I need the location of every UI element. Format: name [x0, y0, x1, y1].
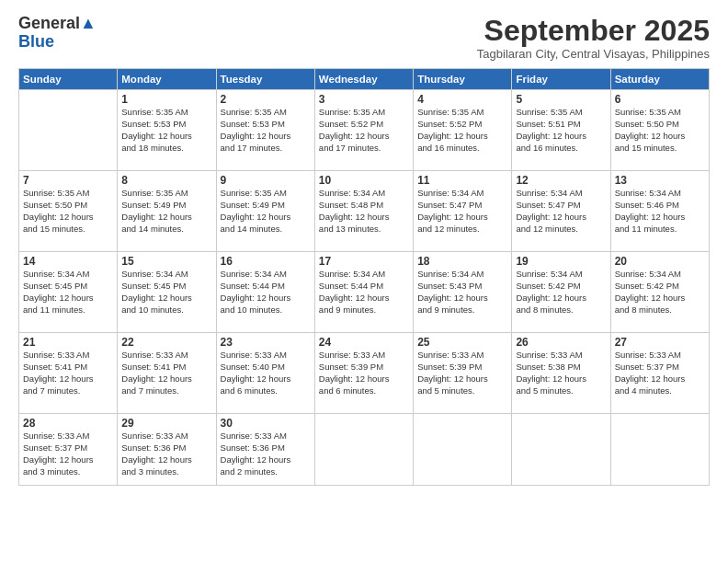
day-info: Sunrise: 5:35 AM Sunset: 5:49 PM Dayligh… — [121, 188, 211, 235]
day-info: Sunrise: 5:34 AM Sunset: 5:45 PM Dayligh… — [23, 269, 113, 316]
table-row: 15Sunrise: 5:34 AM Sunset: 5:45 PM Dayli… — [118, 252, 216, 333]
day-info: Sunrise: 5:34 AM Sunset: 5:44 PM Dayligh… — [319, 269, 409, 316]
day-info: Sunrise: 5:33 AM Sunset: 5:37 PM Dayligh… — [615, 350, 705, 396]
col-monday: Monday — [118, 69, 216, 90]
day-number: 7 — [23, 174, 113, 187]
day-number: 18 — [417, 255, 507, 268]
day-number: 29 — [121, 417, 211, 430]
table-row: 1Sunrise: 5:35 AM Sunset: 5:53 PM Daylig… — [118, 90, 216, 171]
table-row: 2Sunrise: 5:35 AM Sunset: 5:53 PM Daylig… — [216, 90, 314, 171]
logo-general: General — [18, 14, 80, 32]
table-row: 22Sunrise: 5:33 AM Sunset: 5:41 PM Dayli… — [118, 333, 216, 414]
table-row: 21Sunrise: 5:33 AM Sunset: 5:41 PM Dayli… — [19, 333, 118, 414]
logo-blue: Blue — [18, 32, 54, 51]
day-number: 16 — [221, 255, 311, 268]
day-number: 25 — [417, 336, 507, 349]
logo-text: General▲ Blue — [18, 15, 97, 52]
table-row: 28Sunrise: 5:33 AM Sunset: 5:37 PM Dayli… — [19, 414, 118, 486]
table-row: 6Sunrise: 5:35 AM Sunset: 5:50 PM Daylig… — [610, 90, 709, 171]
day-number: 9 — [221, 174, 311, 187]
calendar-week-row: 14Sunrise: 5:34 AM Sunset: 5:45 PM Dayli… — [19, 252, 710, 333]
day-number: 30 — [221, 417, 311, 430]
col-wednesday: Wednesday — [314, 69, 413, 90]
day-info: Sunrise: 5:33 AM Sunset: 5:41 PM Dayligh… — [121, 350, 211, 396]
table-row: 27Sunrise: 5:33 AM Sunset: 5:37 PM Dayli… — [610, 333, 709, 414]
col-thursday: Thursday — [414, 69, 512, 90]
col-sunday: Sunday — [19, 69, 118, 90]
day-number: 24 — [319, 336, 409, 349]
calendar-week-row: 7Sunrise: 5:35 AM Sunset: 5:50 PM Daylig… — [19, 171, 710, 252]
logo: General▲ Blue — [18, 15, 97, 52]
day-number: 20 — [615, 255, 705, 268]
calendar-week-row: 28Sunrise: 5:33 AM Sunset: 5:37 PM Dayli… — [19, 414, 710, 486]
day-info: Sunrise: 5:33 AM Sunset: 5:40 PM Dayligh… — [221, 350, 311, 396]
page-header: General▲ Blue September 2025 Tagbilaran … — [18, 15, 710, 61]
table-row: 4Sunrise: 5:35 AM Sunset: 5:52 PM Daylig… — [414, 90, 512, 171]
table-row — [512, 414, 610, 486]
day-number: 21 — [23, 336, 113, 349]
table-row: 5Sunrise: 5:35 AM Sunset: 5:51 PM Daylig… — [512, 90, 610, 171]
table-row — [414, 414, 512, 486]
day-number: 2 — [221, 93, 311, 106]
logo-icon: ▲ — [80, 14, 97, 32]
day-number: 4 — [417, 93, 507, 106]
day-info: Sunrise: 5:34 AM Sunset: 5:47 PM Dayligh… — [417, 188, 507, 235]
calendar-week-row: 21Sunrise: 5:33 AM Sunset: 5:41 PM Dayli… — [19, 333, 710, 414]
day-info: Sunrise: 5:35 AM Sunset: 5:52 PM Dayligh… — [417, 107, 507, 154]
table-row: 29Sunrise: 5:33 AM Sunset: 5:36 PM Dayli… — [118, 414, 216, 486]
day-info: Sunrise: 5:35 AM Sunset: 5:51 PM Dayligh… — [516, 107, 606, 154]
month-title: September 2025 — [477, 15, 710, 47]
day-number: 5 — [516, 93, 606, 106]
col-friday: Friday — [512, 69, 610, 90]
day-number: 28 — [23, 417, 113, 430]
table-row: 26Sunrise: 5:33 AM Sunset: 5:38 PM Dayli… — [512, 333, 610, 414]
day-info: Sunrise: 5:34 AM Sunset: 5:44 PM Dayligh… — [221, 269, 311, 316]
day-info: Sunrise: 5:35 AM Sunset: 5:50 PM Dayligh… — [23, 188, 113, 235]
day-info: Sunrise: 5:33 AM Sunset: 5:36 PM Dayligh… — [121, 431, 211, 477]
table-row: 17Sunrise: 5:34 AM Sunset: 5:44 PM Dayli… — [314, 252, 413, 333]
table-row: 11Sunrise: 5:34 AM Sunset: 5:47 PM Dayli… — [414, 171, 512, 252]
calendar-week-row: 1Sunrise: 5:35 AM Sunset: 5:53 PM Daylig… — [19, 90, 710, 171]
table-row: 12Sunrise: 5:34 AM Sunset: 5:47 PM Dayli… — [512, 171, 610, 252]
day-number: 23 — [221, 336, 311, 349]
day-number: 12 — [516, 174, 606, 187]
table-row: 24Sunrise: 5:33 AM Sunset: 5:39 PM Dayli… — [314, 333, 413, 414]
table-row — [19, 90, 118, 171]
day-info: Sunrise: 5:33 AM Sunset: 5:37 PM Dayligh… — [23, 431, 113, 477]
day-info: Sunrise: 5:33 AM Sunset: 5:41 PM Dayligh… — [23, 350, 113, 396]
table-row: 30Sunrise: 5:33 AM Sunset: 5:36 PM Dayli… — [216, 414, 314, 486]
table-row: 25Sunrise: 5:33 AM Sunset: 5:39 PM Dayli… — [414, 333, 512, 414]
day-info: Sunrise: 5:35 AM Sunset: 5:53 PM Dayligh… — [221, 107, 311, 154]
day-info: Sunrise: 5:34 AM Sunset: 5:48 PM Dayligh… — [319, 188, 409, 235]
day-number: 27 — [615, 336, 705, 349]
day-info: Sunrise: 5:33 AM Sunset: 5:38 PM Dayligh… — [516, 350, 606, 396]
day-info: Sunrise: 5:33 AM Sunset: 5:39 PM Dayligh… — [319, 350, 409, 396]
day-info: Sunrise: 5:35 AM Sunset: 5:49 PM Dayligh… — [221, 188, 311, 235]
table-row — [314, 414, 413, 486]
table-row: 18Sunrise: 5:34 AM Sunset: 5:43 PM Dayli… — [414, 252, 512, 333]
day-info: Sunrise: 5:34 AM Sunset: 5:42 PM Dayligh… — [615, 269, 705, 316]
day-info: Sunrise: 5:34 AM Sunset: 5:43 PM Dayligh… — [417, 269, 507, 316]
day-number: 6 — [615, 93, 705, 106]
day-number: 11 — [417, 174, 507, 187]
table-row: 16Sunrise: 5:34 AM Sunset: 5:44 PM Dayli… — [216, 252, 314, 333]
table-row: 7Sunrise: 5:35 AM Sunset: 5:50 PM Daylig… — [19, 171, 118, 252]
day-info: Sunrise: 5:35 AM Sunset: 5:52 PM Dayligh… — [319, 107, 409, 154]
day-number: 1 — [121, 93, 211, 106]
day-info: Sunrise: 5:34 AM Sunset: 5:46 PM Dayligh… — [615, 188, 705, 235]
day-info: Sunrise: 5:33 AM Sunset: 5:36 PM Dayligh… — [221, 431, 311, 477]
table-row: 8Sunrise: 5:35 AM Sunset: 5:49 PM Daylig… — [118, 171, 216, 252]
day-number: 10 — [319, 174, 409, 187]
location-subtitle: Tagbilaran City, Central Visayas, Philip… — [477, 47, 710, 61]
calendar-header-row: Sunday Monday Tuesday Wednesday Thursday… — [19, 69, 710, 90]
day-number: 19 — [516, 255, 606, 268]
col-saturday: Saturday — [610, 69, 709, 90]
day-number: 15 — [121, 255, 211, 268]
col-tuesday: Tuesday — [216, 69, 314, 90]
day-number: 13 — [615, 174, 705, 187]
day-info: Sunrise: 5:33 AM Sunset: 5:39 PM Dayligh… — [417, 350, 507, 396]
calendar-table: Sunday Monday Tuesday Wednesday Thursday… — [18, 68, 710, 486]
day-number: 26 — [516, 336, 606, 349]
day-number: 17 — [319, 255, 409, 268]
table-row: 23Sunrise: 5:33 AM Sunset: 5:40 PM Dayli… — [216, 333, 314, 414]
